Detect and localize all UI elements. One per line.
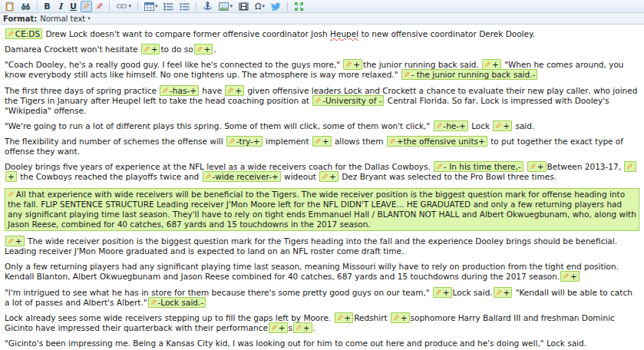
token-label: + [279, 323, 286, 332]
token-label: -Lock said.- [157, 298, 203, 307]
token-label: + [401, 313, 408, 322]
paragraph: ✎CE:DS Drew Lock doesn't want to compare… [5, 29, 639, 39]
bullet-list-button[interactable] [177, 1, 192, 12]
track-change-token[interactable]: ✎+the offensive units+ [387, 136, 487, 147]
pencil-icon: ✎ [162, 86, 169, 96]
track-change-token[interactable]: ✎+ [225, 85, 244, 96]
format-value: Normal text [40, 15, 85, 23]
track-change-token[interactable]: ✎- the junior running back said.- [401, 69, 538, 80]
table-button[interactable]: ▾ [142, 1, 160, 12]
token-label: + [303, 323, 310, 332]
media-icon [239, 2, 249, 11]
track-change-token[interactable]: ✎+ [319, 171, 339, 182]
token-label: + [329, 172, 336, 181]
track-change-token[interactable]: ✎-has-+ [160, 85, 199, 96]
text-run: Heupel [330, 29, 358, 38]
token-label: + [443, 288, 450, 297]
text-run: . [313, 323, 315, 332]
pencil-icon: ✎ [530, 162, 537, 172]
track-change-token[interactable]: ✎-Lock said.- [148, 297, 206, 308]
pencil-icon: ✎ [626, 162, 633, 172]
track-change-token[interactable]: ✎-wide receiver-+ [203, 171, 281, 182]
find-button[interactable] [18, 1, 33, 12]
token-label: - In his time there,- [444, 162, 521, 171]
token-label: + [504, 288, 510, 297]
pencil-icon: ✎ [484, 60, 491, 70]
track-change-token[interactable]: ✎+ [527, 161, 547, 172]
track-change-token[interactable]: ✎CE:DS [5, 28, 42, 39]
link-icon [116, 2, 127, 10]
pencil-icon: ✎ [436, 121, 443, 131]
toolbar-separator [37, 2, 38, 11]
anchor-button[interactable] [200, 1, 215, 12]
reject-change-button[interactable]: ✎ [94, 1, 105, 12]
underline-button[interactable]: U [68, 1, 79, 12]
editor-body[interactable]: ✎CE:DS Drew Lock doesn't want to compare… [0, 25, 644, 349]
track-change-token[interactable]: ✎+ [293, 322, 312, 333]
track-change-token[interactable]: ✎-try-+ [226, 136, 263, 147]
track-change-token[interactable]: ✎+ [433, 287, 452, 298]
track-change-token[interactable]: ✎+ [391, 312, 410, 323]
paragraph: The flexibility and number of schemes th… [5, 137, 639, 157]
track-change-token[interactable]: ✎+ [5, 236, 25, 246]
paragraph: Only a few returning players had any sig… [5, 262, 639, 282]
special-character-button[interactable]: Ω ▾ [253, 1, 267, 12]
text-run: Redshirt [354, 313, 390, 322]
numbered-list-icon [163, 2, 173, 11]
toolbar-separator [137, 2, 138, 11]
token-label: - the junior running back said.- [411, 70, 536, 79]
token-label: + [203, 45, 210, 54]
numbered-list-button[interactable] [161, 1, 176, 12]
media-button[interactable] [236, 1, 251, 12]
track-change-token[interactable]: ✎+ [493, 121, 512, 131]
text-run: Only a few returning players had any sig… [5, 262, 619, 281]
bold-label: B [44, 2, 50, 11]
token-label: + [344, 313, 351, 322]
pencil-icon: ✎ [435, 288, 442, 298]
track-change-token[interactable]: ✎-he-+ [434, 121, 468, 131]
pencil-icon: ✎ [393, 313, 400, 323]
anchor-icon [203, 2, 213, 12]
text-run: . [213, 45, 216, 54]
pencil-icon[interactable]: ✎ [8, 190, 15, 200]
pencil-icon: ✎ [345, 60, 352, 70]
token-label: + [151, 45, 158, 54]
chevron-down-icon: ▾ [230, 4, 233, 9]
track-change-token[interactable]: ✎-University of - [312, 95, 384, 106]
track-change-token[interactable]: ✎+ [335, 312, 354, 323]
track-changes-button[interactable]: ✎ [81, 1, 92, 12]
italic-button[interactable]: I [54, 1, 66, 12]
bold-button[interactable]: B [41, 1, 53, 12]
token-label: -University of - [322, 96, 381, 105]
track-change-token[interactable]: ✎+ [343, 59, 362, 70]
twitter-button[interactable] [269, 1, 283, 12]
paste-icon [5, 2, 15, 12]
track-change-token[interactable]: ✎+ [560, 271, 580, 282]
token-label: + [537, 162, 544, 171]
toolbar-separator [109, 2, 110, 11]
link-button[interactable]: ▾ [114, 1, 134, 12]
token-label: -wide receiver-+ [212, 172, 278, 181]
track-change-token[interactable]: ✎- In his time there,- [434, 161, 523, 172]
track-change-token[interactable]: ✎+ [482, 59, 501, 70]
track-change-token[interactable]: ✎+ [194, 44, 213, 54]
text-run: Lock already sees some wide receivers st… [5, 313, 334, 322]
track-change-token[interactable]: ✎+ [269, 322, 288, 333]
image-button[interactable]: ▾ [216, 1, 235, 12]
track-change-token[interactable]: ✎+ [312, 136, 332, 147]
chevron-down-icon: ▾ [262, 4, 265, 9]
track-changes-pencil-icon: ✎ [83, 2, 90, 11]
paste-button[interactable] [2, 1, 17, 12]
format-dropdown[interactable]: Normal text ▾ [40, 15, 91, 23]
editor-toolbar: B I U ✎ ✎ ▾ ▾ ▾ Ω ▾ [0, 0, 644, 13]
paragraph: The first three days of spring practice … [5, 86, 639, 116]
text-run: The flexibility and number of schemes th… [5, 137, 226, 146]
text-run: "I'm intrigued to see what he has in sto… [5, 288, 432, 297]
track-change-token[interactable]: ✎+ [141, 44, 160, 54]
maximize-button[interactable] [292, 1, 306, 12]
track-change-token[interactable]: ✎+ [494, 287, 513, 298]
pencil-icon: ✎ [296, 323, 302, 333]
text-run: allows them [332, 137, 386, 146]
text-run: the Cowboys reached the playoffs twice a… [18, 172, 202, 181]
pencil-icon: ✎ [197, 45, 203, 54]
